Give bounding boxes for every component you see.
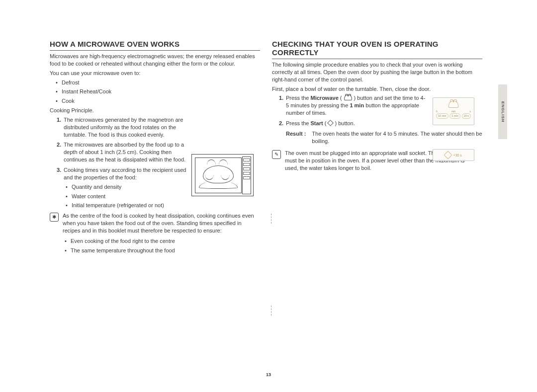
step-item: 2. Press the Start ( ) button. — [279, 120, 428, 127]
panel-button-10s: 10 s — [462, 113, 471, 119]
step2-start: Start — [311, 120, 323, 126]
step1-microwave: Microwave — [311, 95, 339, 101]
step-text: The microwaves generated by the magnetro… — [64, 117, 183, 138]
intro-left: Microwaves are high-frequency electromag… — [50, 53, 260, 68]
uses-list: Defrost Instant Reheat/Cook Cook — [50, 79, 260, 105]
control-panel-microwave: h min s 10 min 1 min 10 s — [433, 97, 474, 125]
result-row: Result : The oven heats the water for 4 … — [286, 130, 482, 145]
principle-steps: 1.The microwaves generated by the magnet… — [50, 116, 194, 209]
use-item: Cook — [62, 97, 260, 105]
check-steps: 1. Press the Microwave ( ) button and se… — [272, 94, 428, 127]
result-label: Result : — [286, 130, 306, 145]
note-text-left: As the centre of the food is cooked by h… — [63, 213, 254, 234]
intro-right-1: The following simple procedure enables y… — [272, 61, 482, 83]
panel-label: min — [451, 110, 455, 113]
use-item: Instant Reheat/Cook — [62, 88, 260, 95]
step2-part: ) button. — [333, 120, 355, 126]
panel-label: h — [436, 110, 438, 113]
start-label: +30 s — [453, 154, 461, 157]
start-icon — [444, 151, 452, 159]
step-item: 2.The microwaves are absorbed by the foo… — [57, 141, 194, 163]
heading-left: HOW A MICROWAVE OVEN WORKS — [50, 40, 260, 48]
principle-label: Cooking Principle. — [50, 107, 260, 114]
note-icon: ✱ — [50, 213, 59, 222]
result-text: The oven heats the water for 4 to 5 minu… — [312, 130, 482, 145]
control-panel-start: +30 s — [433, 149, 474, 161]
uses-lead: You can use your microwave oven to: — [50, 70, 260, 77]
language-tab: ENGLISH — [498, 84, 507, 139]
page-number: 13 — [0, 372, 537, 377]
note-bullet: Even cooking of the food right to the ce… — [71, 237, 260, 245]
panel-button-10min: 10 min — [436, 113, 448, 119]
panel-button-1min: 1 min — [449, 113, 460, 119]
step-text: The microwaves are absorbed by the food … — [64, 142, 185, 162]
step2-part: Press the — [286, 120, 311, 126]
heading-rule — [272, 59, 482, 59]
microwave-icon — [344, 95, 352, 100]
step-item: 3.Cooking times vary according to the re… — [57, 166, 194, 209]
column-separator-mark — [271, 306, 271, 315]
oven-diagram — [191, 154, 254, 196]
step1-part: Press the — [286, 95, 311, 101]
step-item: 1.The microwaves generated by the magnet… — [57, 116, 194, 139]
heading-right: CHECKING THAT YOUR OVEN IS OPERATING COR… — [272, 40, 482, 57]
step3-bullet: Water content — [72, 193, 194, 200]
panel-label: s — [470, 110, 471, 113]
step1-1min: 1 min — [350, 102, 364, 108]
intro-right-2: First, place a bowl of water on the turn… — [272, 85, 482, 93]
step-text: Cooking times vary according to the reci… — [64, 167, 186, 180]
step-item: 1. Press the Microwave ( ) button and se… — [279, 94, 428, 117]
note-bullet: The same temperature throughout the food — [71, 247, 260, 254]
step3-bullet: Initial temperature (refrigerated or not… — [72, 202, 194, 209]
column-separator-mark — [271, 214, 271, 224]
step1-part: ( — [339, 95, 344, 101]
step3-bullet: Quantity and density — [72, 183, 194, 191]
use-item: Defrost — [62, 79, 260, 86]
note-icon: ✎ — [272, 150, 281, 159]
section-how-works: HOW A MICROWAVE OVEN WORKS Microwaves ar… — [50, 40, 260, 258]
heading-rule — [50, 50, 260, 51]
microwave-icon — [448, 101, 458, 108]
note-block-left: ✱ As the centre of the food is cooked by… — [50, 212, 260, 256]
